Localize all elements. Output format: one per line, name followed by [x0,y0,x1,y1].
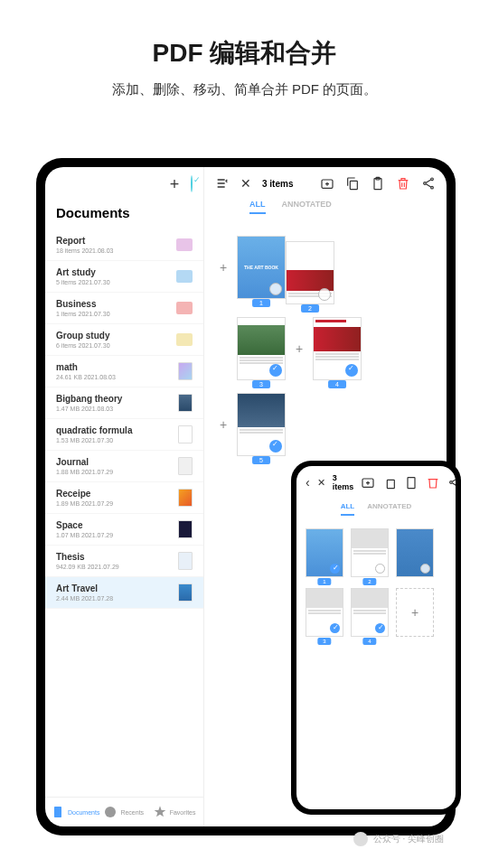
doc-name: Space [56,520,171,530]
page-thumbnail[interactable]: THE ART BOOK1 [237,236,286,299]
doc-meta: 1.53 MB 2021.07.30 [56,437,171,443]
doc-name: Receipe [56,489,171,499]
doc-meta: 942.09 KB 2021.07.29 [56,564,171,570]
file-thumbnail [178,362,193,380]
page-select-toggle[interactable] [375,623,385,633]
clock-icon [103,805,118,819]
sidebar-toolbar: + [45,167,203,198]
folder-add-icon[interactable] [361,475,375,490]
page-select-toggle[interactable] [269,440,282,453]
add-button[interactable]: + [167,177,182,191]
doc-meta: 1.89 MB 2021.07.29 [56,500,171,507]
page-thumbnail[interactable]: 4 [351,588,389,637]
doc-meta: 18 items 2021.08.03 [56,247,169,254]
attribution: 公众号 · 尖峰创圈 [353,832,444,846]
file-thumbnail [178,583,193,602]
svg-rect-10 [388,480,395,488]
attribution-text: 公众号 · 尖峰创圈 [373,833,444,845]
page-select-toggle[interactable] [269,283,282,295]
page-number: 1 [317,578,331,585]
hero-subtitle: 添加、删除、移动、简单合并 PDF 的页面。 [18,81,471,98]
document-item[interactable]: quadratic formula1.53 MB 2021.07.30 [45,419,203,451]
filter-annotated[interactable]: ANNOTATED [367,502,411,516]
page-select-toggle[interactable] [375,564,385,574]
phone-screen: ‹ ✕ 3 items ALL ANNOTATED 12 34+ [296,466,456,809]
filter-all[interactable]: ALL [249,200,266,214]
document-item[interactable]: Bigbang theory1.47 MB 2021.08.03 [45,387,203,419]
copy-icon[interactable] [345,176,360,191]
page-select-toggle[interactable] [330,564,340,574]
document-list[interactable]: Report18 items 2021.08.03Art study5 item… [45,229,203,797]
document-item[interactable]: Art study5 items 2021.07.30 [45,261,203,293]
document-item[interactable]: Thesis942.09 KB 2021.07.29 [45,546,203,577]
page-thumbnail[interactable]: 4 [313,317,362,380]
tab-documents[interactable]: Documents [51,805,99,819]
close-icon[interactable]: ✕ [317,475,325,490]
doc-meta: 24.61 KB 2021.08.03 [56,374,171,380]
doc-meta: 2.44 MB 2021.07.28 [56,595,171,602]
document-item[interactable]: Journal1.88 MB 2021.07.29 [45,451,203,482]
copy-icon[interactable] [382,475,397,490]
sidebar-heading: Documents [45,198,203,229]
document-item[interactable]: Space1.07 MB 2021.07.29 [45,514,203,546]
svg-point-6 [431,178,434,181]
folder-icon [176,302,193,314]
trash-icon[interactable] [396,176,410,191]
close-icon[interactable]: ✕ [239,176,253,191]
insert-page-button[interactable]: + [217,417,230,432]
trash-icon[interactable] [426,475,440,490]
page-select-toggle[interactable] [318,288,331,301]
doc-name: Art study [56,267,169,277]
page-thumbnail[interactable]: 3 [237,317,286,380]
insert-page-button[interactable]: + [293,341,306,356]
page-number: 4 [362,638,376,645]
file-thumbnail [178,457,193,475]
file-thumbnail [178,425,193,443]
insert-page-button[interactable]: + [217,260,230,275]
page-thumbnail[interactable]: 2 [286,241,334,304]
page-thumbnail[interactable]: 2 [351,528,389,577]
paste-icon[interactable] [404,475,418,490]
phone-frame: ‹ ✕ 3 items ALL ANNOTATED 12 34+ [291,461,461,815]
back-icon[interactable]: ‹ [306,475,310,490]
page-thumbnail[interactable]: 1 [306,528,343,577]
file-thumbnail [178,394,193,412]
share-icon[interactable] [447,475,456,490]
folder-add-icon[interactable] [320,176,334,191]
doc-name: Journal [56,457,171,467]
phone-filter-tabs: ALL ANNOTATED [296,499,456,521]
page-number: 5 [252,456,270,464]
filter-annotated[interactable]: ANNOTATED [282,200,332,214]
add-page-button[interactable]: + [396,588,434,637]
page-select-toggle[interactable] [345,364,358,377]
folder-icon [176,238,193,251]
tab-favorites[interactable]: Favorites [153,805,198,819]
share-icon[interactable] [421,176,436,191]
sidebar: + Documents Report18 items 2021.08.03Art… [45,167,204,826]
list-icon[interactable] [215,176,230,191]
document-item[interactable]: Art Travel2.44 MB 2021.07.28 [45,577,203,609]
page-select-toggle[interactable] [330,623,340,633]
document-item[interactable]: math24.61 KB 2021.08.03 [45,356,203,387]
filter-all[interactable]: ALL [341,502,355,516]
document-item[interactable]: Group study6 items 2021.07.30 [45,324,203,356]
selection-count: 3 items [262,179,293,189]
document-item[interactable]: Report18 items 2021.08.03 [45,229,203,261]
document-item[interactable]: Business1 items 2021.07.30 [45,293,203,324]
page-thumbnail[interactable] [396,528,434,577]
tab-recents[interactable]: Recents [103,805,148,819]
doc-meta: 1 items 2021.07.30 [56,311,169,317]
svg-point-13 [450,481,453,484]
page-thumbnail[interactable]: 5 [237,393,286,456]
star-icon [153,805,167,819]
tab-label: Documents [68,809,99,816]
page-select-toggle[interactable] [269,364,282,377]
page-select-toggle[interactable] [420,564,430,574]
doc-meta: 6 items 2021.07.30 [56,342,169,349]
svg-rect-3 [350,181,357,189]
doc-name: Group study [56,331,169,341]
document-item[interactable]: Receipe1.89 MB 2021.07.29 [45,482,203,514]
paste-icon[interactable] [371,176,385,191]
page-thumbnail[interactable]: 3 [306,588,343,637]
select-mode-button[interactable] [191,176,193,192]
